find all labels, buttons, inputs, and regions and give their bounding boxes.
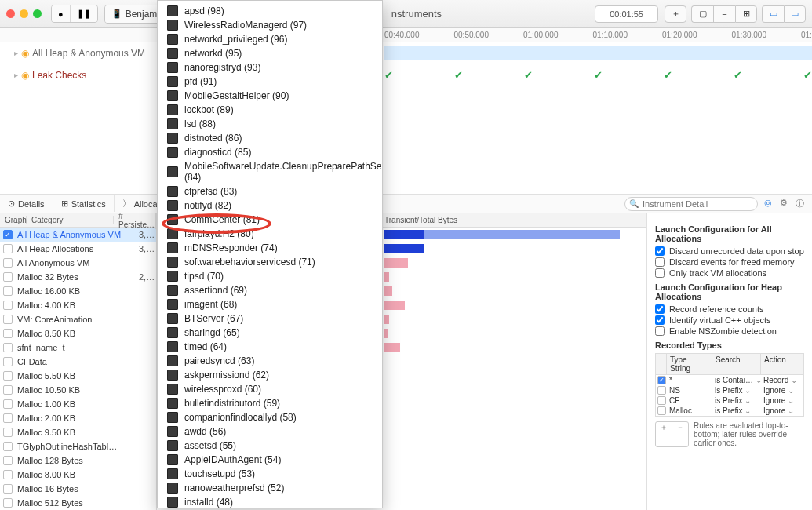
process-dropdown-item[interactable]: apsd (98) (158, 4, 382, 18)
process-dropdown-item[interactable]: wirelessproxd (60) (158, 382, 382, 396)
category-row[interactable]: Malloc 128 Bytes (0, 454, 156, 468)
category-row[interactable]: sfnt_name_t (0, 341, 156, 355)
minimize-window-icon[interactable] (20, 9, 28, 18)
config-option[interactable]: Discard unrecorded data upon stop (655, 246, 804, 256)
graph-checkbox[interactable] (3, 286, 13, 296)
process-dropdown-item[interactable]: AppleIDAuthAgent (54) (158, 453, 382, 467)
process-dropdown-item[interactable]: BTServer (67) (158, 311, 382, 326)
type-rule-row[interactable]: NS is Prefix ⌄ Ignore ⌄ (656, 385, 803, 395)
pause-button[interactable]: ❚❚ (71, 5, 97, 22)
process-dropdown-item[interactable]: MobileSoftwareUpdate.CleanupPreparePathS… (158, 159, 382, 184)
category-row[interactable]: Malloc 9.50 KB (0, 425, 156, 439)
add-instrument-button[interactable]: ＋ (665, 5, 686, 23)
type-checkbox[interactable] (657, 406, 666, 415)
process-dropdown-item[interactable]: bulletindistributord (59) (158, 396, 382, 410)
close-window-icon[interactable] (6, 9, 15, 18)
graph-checkbox[interactable] (3, 470, 13, 479)
category-row[interactable]: TGlyphOutlineHashTabl… (0, 439, 156, 454)
process-dropdown-item[interactable]: pfd (91) (158, 75, 382, 89)
category-row[interactable]: CFData (0, 355, 156, 369)
config-checkbox[interactable] (655, 268, 665, 278)
category-row[interactable]: Malloc 1.00 KB (0, 397, 156, 411)
type-search[interactable]: is Prefix ⌄ (715, 406, 763, 415)
process-dropdown-item[interactable]: nanoregistryd (93) (158, 60, 382, 75)
category-row[interactable]: Malloc 10.50 KB (0, 383, 156, 397)
disclosure-icon[interactable]: ▸ (14, 49, 18, 57)
config-checkbox[interactable] (655, 246, 665, 256)
config-option[interactable]: Record reference counts (655, 304, 804, 314)
view-mode-2-button[interactable]: ≡ (713, 5, 735, 23)
config-checkbox[interactable] (655, 257, 665, 267)
process-dropdown-item[interactable]: fairplayd.H2 (80) (158, 227, 382, 241)
graph-checkbox[interactable] (3, 484, 13, 494)
process-dropdown-item[interactable]: WirelessRadioManagerd (97) (158, 18, 382, 32)
col-persist-header[interactable]: # Persiste… (114, 213, 156, 229)
process-dropdown-item[interactable]: imagent (68) (158, 297, 382, 311)
graph-checkbox[interactable] (3, 272, 13, 282)
track-leaks[interactable]: ▸ ◉ Leak Checks ✔ ✔ ✔ ✔ ✔ ✔ ✔ (0, 64, 812, 86)
graph-checkbox[interactable] (3, 343, 13, 352)
process-dropdown-item[interactable]: touchsetupd (53) (158, 467, 382, 481)
config-checkbox[interactable] (655, 304, 665, 314)
category-row[interactable]: Malloc 32 Bytes 2,… (0, 270, 156, 284)
process-dropdown-item[interactable]: diagnosticd (85) (158, 145, 382, 159)
view-mode-3-button[interactable]: ⊞ (735, 5, 757, 23)
config-option[interactable]: Enable NSZombie detection (655, 326, 804, 336)
type-rule-row[interactable]: CF is Prefix ⌄ Ignore ⌄ (656, 395, 803, 406)
config-option[interactable]: Only track VM allocations (655, 268, 804, 278)
graph-checkbox[interactable] (3, 357, 13, 366)
process-dropdown-item[interactable]: companionfindlocallyd (58) (158, 410, 382, 424)
process-dropdown-item[interactable]: assertiond (69) (158, 283, 382, 297)
graph-checkbox[interactable] (3, 456, 13, 465)
type-action[interactable]: Ignore ⌄ (763, 406, 802, 415)
config-checkbox[interactable] (655, 315, 665, 325)
instrument-detail-search[interactable] (624, 197, 758, 211)
type-checkbox[interactable]: ✓ (657, 376, 666, 384)
process-dropdown-item[interactable]: CommCenter (81) (158, 213, 382, 227)
process-dropdown-item[interactable]: sharingd (65) (158, 326, 382, 340)
recording-settings-icon[interactable]: ◎ (764, 198, 772, 209)
category-row[interactable]: Malloc 512 Bytes (0, 496, 156, 510)
config-checkbox[interactable] (655, 326, 665, 336)
process-dropdown-item[interactable]: mDNSResponder (74) (158, 241, 382, 255)
type-action[interactable]: Ignore ⌄ (763, 386, 802, 395)
process-dropdown-item[interactable]: lsd (88) (158, 117, 382, 131)
process-dropdown-item[interactable]: notifyd (82) (158, 199, 382, 213)
type-action[interactable]: Ignore ⌄ (763, 396, 802, 405)
category-row[interactable]: Malloc 16 Bytes (0, 482, 156, 496)
process-dropdown-item[interactable]: networkd (95) (158, 46, 382, 60)
record-button[interactable]: ● (52, 5, 71, 22)
remove-rule-button[interactable]: － (672, 422, 688, 446)
graph-checkbox[interactable] (3, 399, 13, 409)
category-row[interactable]: Malloc 8.50 KB (0, 326, 156, 341)
process-dropdown-item[interactable]: timed (64) (158, 340, 382, 354)
add-rule-button[interactable]: ＋ (656, 422, 672, 446)
info-icon[interactable]: ⓘ (796, 198, 804, 209)
category-row[interactable]: ✓ All Heap & Anonymous VM 3,… (0, 228, 156, 242)
right-pane-toggle[interactable]: ▭ (784, 5, 806, 23)
type-action[interactable]: Record ⌄ (763, 376, 802, 384)
process-dropdown-item[interactable]: softwarebehaviorservicesd (71) (158, 255, 382, 269)
col-category-header[interactable]: Category (27, 216, 114, 224)
type-search[interactable]: is Prefix ⌄ (715, 386, 763, 395)
type-rule-row[interactable]: Malloc is Prefix ⌄ Ignore ⌄ (656, 406, 803, 416)
disclosure-icon[interactable]: ▸ (14, 71, 18, 79)
graph-checkbox[interactable] (3, 498, 13, 508)
process-dropdown-item[interactable]: MobileGestaltHelper (90) (158, 89, 382, 103)
track-allocations[interactable]: ▸ ◉ All Heap & Anonymous VM (0, 42, 812, 64)
graph-checkbox[interactable] (3, 244, 13, 253)
tab-details[interactable]: ⊙ Details (0, 195, 53, 212)
tab-statistics[interactable]: ⊞ Statistics (53, 195, 115, 212)
process-dropdown-item[interactable]: tipsd (70) (158, 269, 382, 283)
process-dropdown-item[interactable]: nanoweatherprefsd (52) (158, 481, 382, 495)
config-option[interactable]: Identify virtual C++ objects (655, 315, 804, 325)
category-row[interactable]: Malloc 16.00 KB (0, 284, 156, 298)
category-row[interactable]: All Heap Allocations 3,… (0, 242, 156, 256)
view-mode-1-button[interactable]: ▢ (691, 5, 713, 23)
config-option[interactable]: Discard events for freed memory (655, 257, 804, 267)
type-search[interactable]: is Prefix ⌄ (715, 396, 763, 405)
col-graph-header[interactable]: Graph (0, 216, 27, 224)
graph-checkbox[interactable] (3, 428, 13, 437)
process-dropdown-item[interactable]: askpermissiond (62) (158, 368, 382, 382)
process-dropdown-item[interactable]: pairedsyncd (63) (158, 354, 382, 368)
